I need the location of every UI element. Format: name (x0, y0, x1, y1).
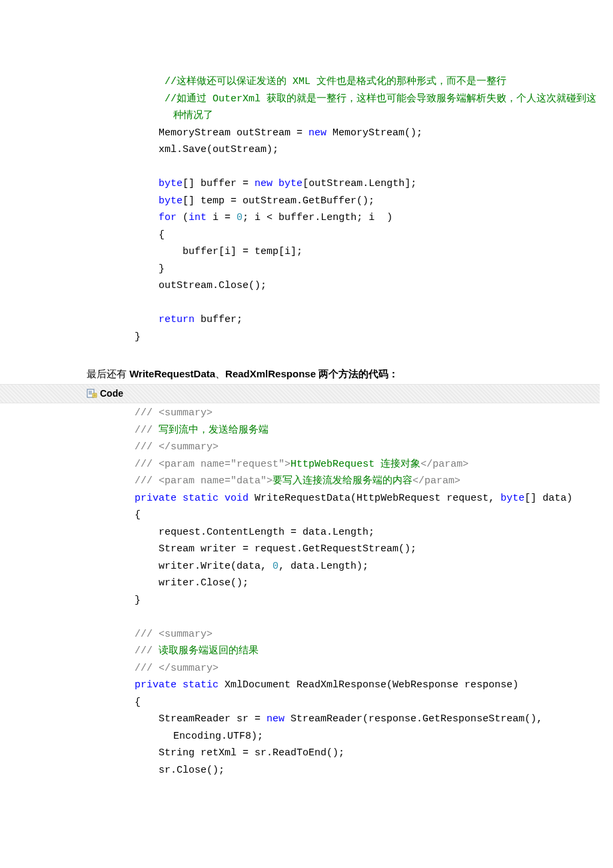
heading-pre: 最后还有 (87, 368, 129, 379)
heading-method-2: ReadXmlResponse (225, 368, 316, 379)
code-text: MemoryStream outStream = (87, 127, 308, 139)
heading-method-1: WriteRequestData (129, 368, 215, 379)
code-header-label: Code (100, 386, 123, 402)
code-icon (87, 388, 97, 399)
code-comment: //这样做还可以保证发送的 XML 文件也是格式化的那种形式，而不是一整行 (87, 76, 506, 87)
code-header-bar: Code (0, 384, 600, 404)
heading-post: 两个方法的代码： (316, 368, 398, 379)
code-text: MemoryStream(); (326, 127, 422, 139)
code-comment: //如通过 OuterXml 获取的就是一整行，这样也可能会导致服务端解析失败，… (87, 93, 596, 122)
keyword: new (308, 127, 326, 139)
code-block-1: //这样做还可以保证发送的 XML 文件也是格式化的那种形式，而不是一整行 //… (0, 73, 600, 345)
code-text: xml.Save(outStream); (87, 144, 279, 155)
document-body: //这样做还可以保证发送的 XML 文件也是格式化的那种形式，而不是一整行 //… (0, 73, 613, 779)
code-block-2: /// <summary> /// 写到流中，发送给服务端 /// </summ… (0, 405, 600, 779)
section-heading: 最后还有 WriteRequestData、ReadXmlResponse 两个… (0, 365, 600, 384)
heading-sep: 、 (215, 368, 225, 379)
